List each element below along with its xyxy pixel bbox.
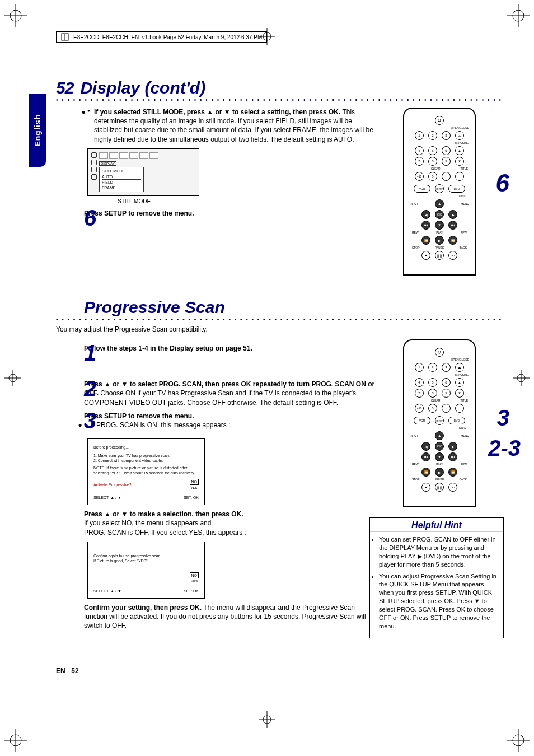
- power-icon: ⏻: [435, 116, 444, 125]
- power-icon: ⏻: [435, 348, 444, 357]
- ok-button-remote: OK: [435, 210, 444, 219]
- nav-down-icon: ▼: [435, 221, 444, 230]
- section-title-progressive: Progressive Scan: [84, 298, 225, 317]
- ffw-icon: ⏩: [448, 468, 457, 477]
- osd-confirm-progressive: Confirm again to use progressive scan. I…: [87, 542, 205, 599]
- callout-line: [463, 186, 480, 186]
- remote-diagram: ⏻ OPEN/CLOSE 123⏏ TRACKING 456▲ 789▼ CLE…: [403, 108, 476, 276]
- register-mark-icon: [513, 370, 530, 386]
- eject-icon: ⏏: [455, 131, 464, 140]
- stop-icon: ■: [421, 483, 430, 492]
- play-icon: ▶: [435, 468, 444, 477]
- callout-2-3: 2-3: [488, 436, 521, 461]
- back-icon: ↶: [448, 483, 457, 492]
- callout-line: [462, 449, 480, 449]
- nav-left-icon: ◀: [421, 442, 430, 451]
- nav-right-icon: ▶: [448, 210, 457, 219]
- page-number: 52: [56, 78, 73, 97]
- nav-left-icon: ◀: [421, 210, 430, 219]
- language-tab: English: [29, 94, 46, 167]
- osd-caption: STILL MODE: [118, 198, 375, 204]
- ffw-icon: ⏩: [448, 236, 457, 245]
- file-header-text: E8E2CCD_E8E2CCH_EN_v1.book Page 52 Frida…: [73, 34, 262, 40]
- hint-item: You can adjust Progressive Scan Setting …: [379, 572, 499, 631]
- step3-bullet: If PROG. SCAN is ON, this message appear…: [84, 421, 375, 430]
- osd-still-mode: DISPLAY STILL MODE AUTO FIELD FRAME: [87, 148, 199, 196]
- play-icon: ▶: [435, 236, 444, 245]
- confirm-text: Confirm your setting, then press OK. The…: [84, 603, 375, 631]
- crop-mark-icon: [507, 4, 530, 27]
- setup-button-remote: SETUP: [435, 184, 444, 193]
- rewind-icon: ⏪: [421, 468, 430, 477]
- nav-down-icon: ▼: [435, 452, 444, 461]
- eject-icon: ⏏: [455, 363, 464, 372]
- step1-text: Follow the steps 1-4 in the Display setu…: [84, 344, 252, 352]
- osd-activate-progressive: Before proceeding... 1. Make sure your T…: [87, 438, 205, 505]
- language-label: English: [33, 114, 42, 147]
- prog-intro: You may adjust the Progressive Scan comp…: [56, 325, 504, 334]
- nav-right-icon: ▶: [448, 442, 457, 451]
- crop-mark-icon: [4, 729, 27, 752]
- remote-diagram: ⏻ OPEN/CLOSE 123⏏ TRACKING 456▲ 789▼ CLE…: [403, 339, 476, 507]
- register-mark-icon: [4, 370, 21, 386]
- setup-button-remote: SETUP: [435, 416, 444, 425]
- step-number-6: 6: [84, 209, 96, 227]
- register-mark-icon: [259, 711, 275, 728]
- down-icon: ▼: [455, 157, 464, 166]
- ok-button-remote: OK: [435, 442, 444, 451]
- still-mode-desc: If you selected STILL MODE, press ▲ or ▼…: [87, 108, 375, 144]
- step3-title: Press SETUP to remove the menu.: [84, 412, 194, 420]
- step2-text: Press ▲ or ▼ to select PROG. SCAN, then …: [84, 380, 374, 406]
- section-title-display: Display (cont'd): [80, 78, 205, 97]
- make-selection-text: Press ▲ or ▼ to make a selection, then p…: [84, 510, 243, 518]
- hint-item: You can set PROG. SCAN to OFF either in …: [379, 535, 499, 568]
- nav-up-icon: ▲: [435, 199, 444, 208]
- book-icon: [61, 33, 69, 41]
- crop-mark-icon: [507, 729, 530, 752]
- back-icon: ↶: [448, 251, 457, 260]
- step-number-2: 2: [84, 380, 96, 398]
- nav-up-icon: ▲: [435, 431, 444, 440]
- step6-text: Press SETUP to remove the menu.: [84, 209, 194, 217]
- crop-mark-icon: [4, 4, 27, 27]
- next-icon: ⏭: [448, 221, 457, 230]
- hint-title: Helpful Hint: [370, 518, 503, 532]
- callout-3: 3: [497, 405, 509, 431]
- rewind-icon: ⏪: [421, 236, 430, 245]
- prev-icon: ⏮: [421, 452, 430, 461]
- page-footer: EN - 52: [56, 667, 79, 675]
- up-icon: ▲: [455, 378, 464, 387]
- callout-line: [463, 418, 480, 418]
- callout-6: 6: [496, 169, 509, 197]
- file-header: E8E2CCD_E8E2CCH_EN_v1.book Page 52 Frida…: [56, 31, 267, 43]
- stop-icon: ■: [421, 251, 430, 260]
- down-icon: ▼: [455, 389, 464, 398]
- next-icon: ⏭: [448, 452, 457, 461]
- pause-icon: ❚❚: [435, 251, 444, 260]
- divider-dots: • • • • • • • • • • • • • • • • • • • • …: [56, 99, 504, 102]
- step-number-1: 1: [84, 344, 96, 362]
- up-icon: ▲: [455, 146, 464, 155]
- helpful-hint-box: Helpful Hint You can set PROG. SCAN to O…: [369, 517, 504, 638]
- divider-dots: • • • • • • • • • • • • • • • • • • • • …: [56, 318, 504, 321]
- prev-icon: ⏮: [421, 221, 430, 230]
- pause-icon: ❚❚: [435, 483, 444, 492]
